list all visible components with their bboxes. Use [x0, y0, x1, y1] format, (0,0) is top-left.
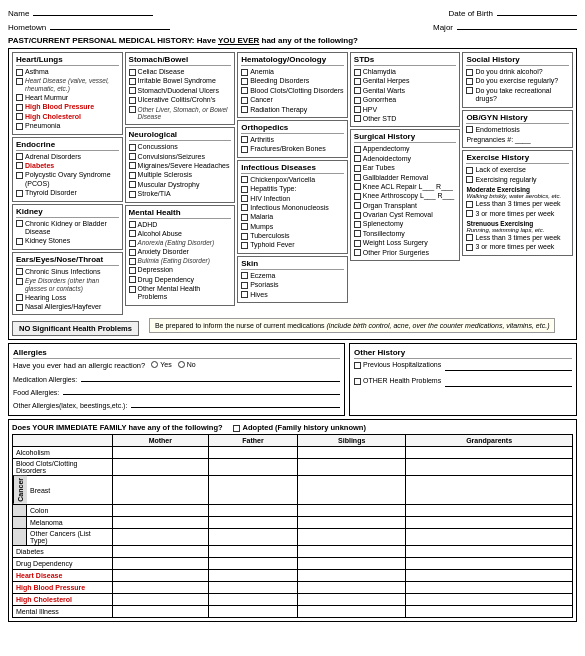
checkbox[interactable] [466, 126, 473, 133]
cell[interactable] [208, 476, 298, 505]
checkbox[interactable] [466, 210, 473, 217]
cell[interactable] [113, 517, 209, 529]
cell[interactable] [113, 447, 209, 459]
checkbox[interactable] [354, 183, 361, 190]
checkbox[interactable] [466, 244, 473, 251]
cell[interactable] [113, 476, 209, 505]
checkbox[interactable] [129, 230, 136, 237]
cell[interactable] [208, 517, 298, 529]
cell[interactable] [208, 505, 298, 517]
yes-radio[interactable]: Yes [151, 361, 171, 368]
cell[interactable] [113, 459, 209, 476]
cell[interactable] [298, 558, 406, 570]
cell[interactable] [298, 570, 406, 582]
checkbox[interactable] [354, 240, 361, 247]
checkbox[interactable] [129, 286, 136, 293]
hometown-input[interactable] [50, 20, 170, 30]
med-allergies-input[interactable] [81, 372, 340, 382]
checkbox[interactable] [129, 69, 136, 76]
checkbox[interactable] [16, 294, 23, 301]
checkbox[interactable] [129, 87, 136, 94]
checkbox[interactable] [16, 113, 23, 120]
cell[interactable] [406, 505, 573, 517]
checkbox[interactable] [466, 167, 473, 174]
checkbox[interactable] [241, 282, 248, 289]
cell[interactable] [113, 594, 209, 606]
cell[interactable] [298, 447, 406, 459]
checkbox[interactable] [129, 162, 136, 169]
checkbox[interactable] [129, 221, 136, 228]
checkbox[interactable] [354, 97, 361, 104]
checkbox[interactable] [241, 136, 248, 143]
checkbox[interactable] [16, 220, 23, 227]
checkbox[interactable] [16, 123, 23, 130]
checkbox[interactable] [466, 201, 473, 208]
checkbox[interactable] [129, 267, 136, 274]
cell[interactable] [406, 570, 573, 582]
checkbox[interactable] [241, 69, 248, 76]
checkbox[interactable] [129, 172, 136, 179]
checkbox[interactable] [241, 204, 248, 211]
checkbox[interactable] [354, 378, 361, 385]
cell[interactable] [406, 582, 573, 594]
checkbox[interactable] [354, 87, 361, 94]
checkbox[interactable] [16, 153, 23, 160]
checkbox[interactable] [16, 94, 23, 101]
checkbox[interactable] [16, 238, 23, 245]
checkbox[interactable] [129, 106, 136, 113]
checkbox[interactable] [241, 97, 248, 104]
other-allergies-input[interactable] [131, 398, 340, 408]
checkbox[interactable] [129, 276, 136, 283]
cell[interactable] [208, 594, 298, 606]
checkbox[interactable] [241, 223, 248, 230]
cell[interactable] [406, 606, 573, 618]
checkbox[interactable] [16, 104, 23, 111]
major-input[interactable] [457, 20, 577, 30]
checkbox[interactable] [354, 249, 361, 256]
checkbox[interactable] [354, 155, 361, 162]
no-radio[interactable]: No [178, 361, 196, 368]
checkbox[interactable] [16, 304, 23, 311]
cell[interactable] [298, 606, 406, 618]
cell[interactable] [208, 582, 298, 594]
no-sig-button[interactable]: NO Significant Health Problems [12, 321, 139, 336]
checkbox[interactable] [466, 176, 473, 183]
cell[interactable] [208, 447, 298, 459]
cell[interactable] [298, 505, 406, 517]
cell[interactable] [406, 447, 573, 459]
checkbox[interactable] [241, 214, 248, 221]
checkbox[interactable] [466, 234, 473, 241]
checkbox[interactable] [354, 212, 361, 219]
checkbox[interactable] [241, 78, 248, 85]
checkbox[interactable] [16, 162, 23, 169]
checkbox[interactable] [129, 144, 136, 151]
cell[interactable] [406, 529, 573, 546]
cell[interactable] [208, 546, 298, 558]
checkbox[interactable] [129, 191, 136, 198]
checkbox[interactable] [129, 181, 136, 188]
checkbox[interactable] [241, 233, 248, 240]
checkbox[interactable] [466, 87, 473, 94]
cell[interactable] [298, 594, 406, 606]
cell[interactable] [298, 476, 406, 505]
checkbox[interactable] [241, 186, 248, 193]
cell[interactable] [298, 459, 406, 476]
cell[interactable] [113, 606, 209, 618]
cell[interactable] [208, 558, 298, 570]
checkbox[interactable] [16, 190, 23, 197]
checkbox[interactable] [241, 87, 248, 94]
checkbox[interactable] [354, 78, 361, 85]
checkbox[interactable] [354, 174, 361, 181]
name-input[interactable] [33, 6, 153, 16]
checkbox[interactable] [241, 272, 248, 279]
checkbox[interactable] [129, 97, 136, 104]
cell[interactable] [208, 606, 298, 618]
checkbox[interactable] [241, 176, 248, 183]
cell[interactable] [298, 546, 406, 558]
checkbox[interactable] [16, 78, 23, 85]
checkbox[interactable] [241, 291, 248, 298]
checkbox[interactable] [16, 278, 23, 285]
dob-input[interactable] [497, 6, 577, 16]
cell[interactable] [113, 558, 209, 570]
cell[interactable] [406, 517, 573, 529]
